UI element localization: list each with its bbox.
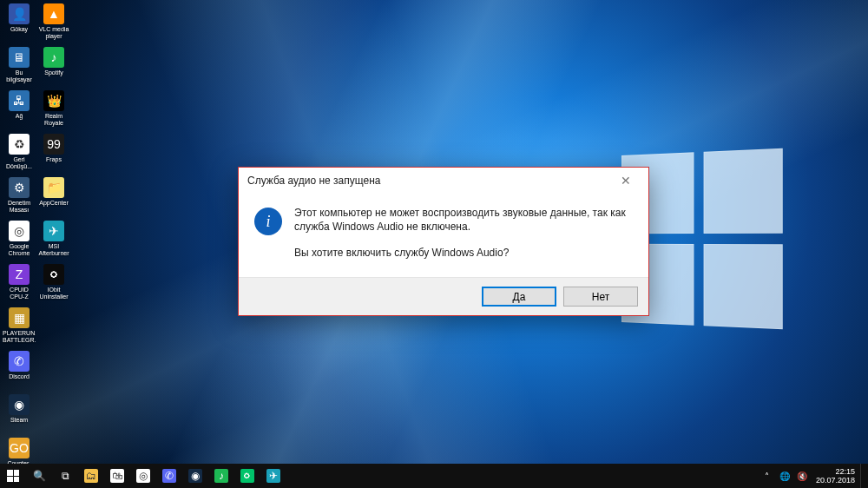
desktop-icon-cpuid[interactable]: ZCPUID CPU-Z	[2, 262, 36, 306]
desktop-icon-ag[interactable]: 🖧Ağ	[2, 89, 36, 132]
desktop-icon-bu-bilgisayar[interactable]: 🖥Bu bilgisayar	[2, 45, 36, 89]
pubg-icon: ▦	[9, 307, 30, 328]
desktop-icon-afterburner[interactable]: ✈MSI Afterburner	[36, 219, 71, 262]
geri-donusum-icon: ♻	[9, 134, 30, 155]
clock-time: 22:15	[816, 467, 855, 476]
desktop-icon-gokay[interactable]: 👤Gökay	[2, 2, 36, 45]
bu-bilgisayar-icon: 🖥	[9, 47, 30, 68]
taskbar-file-explorer-button[interactable]: 🗂	[78, 464, 104, 488]
taskbar-search-button[interactable]: 🔍	[26, 464, 52, 488]
desktop-icon-label: Spotify	[44, 69, 62, 76]
tray-overflow-icon: ˄	[765, 472, 769, 481]
realmroyale-icon: 👑	[43, 90, 64, 111]
taskbar-chrome-button[interactable]: ◎	[130, 464, 156, 488]
info-icon: i	[254, 208, 282, 235]
clock-date: 20.07.2018	[816, 476, 855, 485]
desktop-icon-label: AppCenter	[39, 200, 68, 207]
discord-icon: ✆	[9, 351, 30, 372]
tray-volume[interactable]: 🔇	[793, 464, 811, 488]
fraps-icon: 99	[43, 134, 64, 155]
dialog-body: i Этот компьютер не может воспроизводить…	[239, 194, 648, 277]
ag-icon: 🖧	[9, 90, 30, 111]
close-icon: ✕	[621, 174, 631, 188]
taskbar-task-view-button[interactable]: ⧉	[52, 464, 78, 488]
tray-overflow[interactable]: ˄	[759, 464, 776, 488]
desktop-icon-label: Steam	[10, 417, 28, 424]
gokay-icon: 👤	[9, 3, 30, 24]
windows-start-icon	[7, 470, 19, 482]
desktop-icon-label: IObit Uninstaller	[37, 287, 70, 300]
desktop-icon-label: MSI Afterburner	[37, 243, 70, 257]
desktop-icon-label: Geri Dönüşü...	[3, 156, 36, 170]
dialog-title-text: Служба аудио не запущена	[247, 175, 380, 187]
desktop-icon-pubg[interactable]: ▦PLAYERUN... BATTLEGR...	[2, 306, 36, 349]
desktop-icon-geri-donusum[interactable]: ♻Geri Dönüşü...	[2, 132, 36, 175]
desktop-icon-appcenter[interactable]: 📁AppCenter	[36, 175, 71, 219]
discord-icon: ✆	[162, 469, 176, 483]
search-icon: 🔍	[32, 469, 46, 483]
dialog-message: Этот компьютер не может воспроизводить з…	[294, 206, 636, 260]
desktop-icon-label: VLC media player	[37, 26, 70, 40]
appcenter-icon: 📁	[43, 177, 64, 198]
desktop-icon-realmroyale[interactable]: 👑Realm Royale	[36, 89, 71, 132]
tray-network[interactable]: 🌐	[776, 464, 793, 488]
taskbar-steam-button[interactable]: ◉	[182, 464, 208, 488]
desktop-icon-denetim[interactable]: ⚙Denetim Masası	[2, 175, 36, 219]
taskbar-iobit-button[interactable]: ⭘	[234, 464, 260, 488]
taskbar-store-button[interactable]: 🛍	[104, 464, 130, 488]
tray-volume-icon: 🔇	[797, 472, 807, 481]
task-view-icon: ⧉	[58, 469, 72, 483]
file-explorer-icon: 🗂	[84, 469, 98, 483]
desktop-icon-label: CPUID CPU-Z	[3, 287, 36, 300]
desktop-icon-label: Google Chrome	[3, 243, 36, 257]
iobit-icon: ⭘	[43, 264, 64, 285]
taskbar-discord-button[interactable]: ✆	[156, 464, 182, 488]
desktop-icon-label: Fraps	[46, 156, 62, 163]
store-icon: 🛍	[110, 469, 124, 483]
dialog-close-button[interactable]: ✕	[608, 170, 643, 191]
steam-icon: ◉	[188, 469, 202, 483]
desktop-icon-iobit[interactable]: ⭘IObit Uninstaller	[36, 262, 71, 306]
chrome-icon: ◎	[9, 221, 30, 241]
taskbar-right: ˄🌐🔇 22:15 20.07.2018	[759, 464, 865, 488]
chrome-icon: ◎	[136, 469, 150, 483]
desktop-icon-steam[interactable]: ◉Steam	[2, 392, 36, 436]
desktop-icon-spotify[interactable]: ♪Spotify	[36, 45, 71, 89]
tray-network-icon: 🌐	[779, 472, 790, 481]
desktop-icon-label: Denetim Masası	[3, 200, 36, 214]
desktop-icon-label: Gökay	[10, 26, 28, 33]
dialog-message-line2: Вы хотите включить службу Windows Audio?	[294, 246, 636, 260]
dialog-yes-button[interactable]: Да	[482, 287, 556, 307]
desktop-icon-label: Ağ	[16, 113, 23, 120]
desktop-icon-chrome[interactable]: ◎Google Chrome	[2, 219, 36, 262]
desktop-icons: 👤Gökay🖥Bu bilgisayar🖧Ağ♻Geri Dönüşü...⚙D…	[2, 2, 71, 488]
afterburner-icon: ✈	[266, 469, 280, 483]
taskbar: 🔍⧉🗂🛍◎✆◉♪⭘✈ ˄🌐🔇 22:15 20.07.2018	[0, 464, 868, 488]
desktop-icon-vlc[interactable]: ▲VLC media player	[36, 2, 71, 45]
dialog-button-row: Да Нет	[239, 277, 648, 315]
dialog-no-button[interactable]: Нет	[563, 287, 638, 307]
taskbar-afterburner-button[interactable]: ✈	[260, 464, 286, 488]
taskbar-spotify-button[interactable]: ♪	[208, 464, 234, 488]
iobit-icon: ⭘	[240, 469, 254, 483]
taskbar-clock[interactable]: 22:15 20.07.2018	[811, 467, 860, 485]
desktop-icon-label: PLAYERUN... BATTLEGR...	[3, 330, 36, 344]
spotify-icon: ♪	[214, 469, 228, 483]
audio-service-dialog: Служба аудио не запущена ✕ i Этот компью…	[238, 167, 649, 316]
denetim-icon: ⚙	[9, 177, 30, 198]
desktop-icon-discord[interactable]: ✆Discord	[2, 349, 36, 392]
taskbar-left: 🔍⧉🗂🛍◎✆◉♪⭘✈	[0, 464, 286, 488]
desktop-icon-fraps[interactable]: 99Fraps	[36, 132, 71, 175]
show-desktop-button[interactable]	[860, 464, 865, 488]
desktop-icon-label: Discord	[9, 373, 30, 380]
cpuid-icon: Z	[9, 264, 30, 285]
taskbar-start-button[interactable]	[0, 464, 26, 488]
steam-icon: ◉	[9, 394, 30, 415]
desktop-icon-label: Realm Royale	[37, 113, 70, 127]
afterburner-icon: ✈	[43, 221, 64, 241]
dialog-message-line1: Этот компьютер не может воспроизводить з…	[294, 206, 636, 234]
vlc-icon: ▲	[43, 3, 64, 24]
dialog-titlebar[interactable]: Служба аудио не запущена ✕	[239, 168, 648, 194]
desktop-icon-label: Bu bilgisayar	[3, 69, 36, 83]
csgo-icon: GO	[9, 438, 30, 458]
